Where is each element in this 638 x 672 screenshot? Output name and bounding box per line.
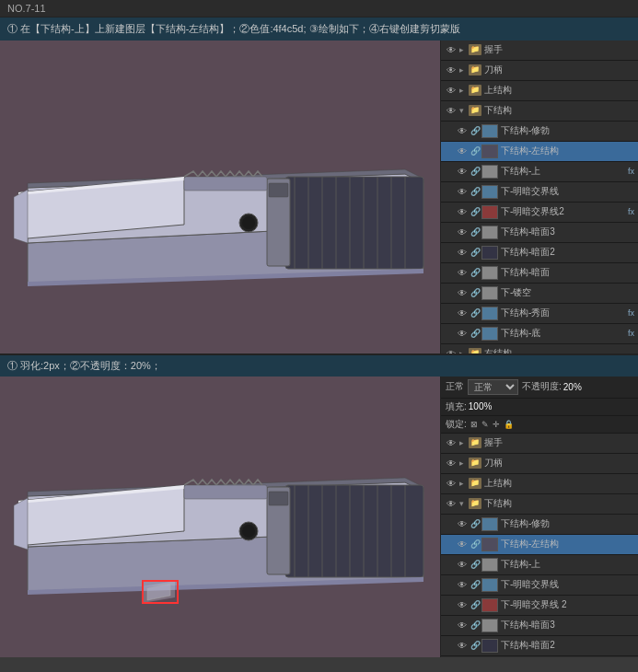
expand-arrow[interactable]: ▸ — [459, 438, 469, 447]
eye-icon[interactable]: 👁 — [445, 436, 458, 449]
eye-icon[interactable]: 👁 — [456, 165, 469, 178]
expand-arrow[interactable]: ▸ — [459, 349, 469, 353]
layer-name: 下结构-修勃 — [501, 517, 634, 530]
layer-name: 下结构-修勃 — [501, 124, 634, 137]
expand-arrow[interactable]: ▸ — [459, 86, 469, 95]
layer-item[interactable]: 👁🔗下结构-暗面2 — [441, 636, 638, 656]
layer-item[interactable]: 👁🔗下结构-暗面 — [441, 263, 638, 284]
layer-item[interactable]: 👁▾📁下结构 — [441, 494, 638, 515]
eye-icon[interactable]: 👁 — [456, 246, 469, 259]
link-icon: 🔗 — [470, 288, 480, 297]
eye-icon[interactable]: 👁 — [456, 226, 469, 238]
link-icon: 🔗 — [470, 187, 480, 196]
link-icon: 🔗 — [470, 600, 480, 609]
expand-arrow[interactable]: ▸ — [459, 458, 469, 468]
layer-item[interactable]: 👁▸📁握手 — [441, 434, 638, 454]
layer-item[interactable]: 👁▸📁上结构 — [441, 81, 638, 101]
layer-item[interactable]: 👁🔗下结构-暗面2 — [441, 243, 638, 263]
layers-fill-bar: 填充: 100% — [441, 399, 638, 416]
layer-thumbnail — [481, 124, 498, 138]
svg-rect-43 — [184, 485, 267, 499]
layer-thumbnail — [481, 327, 498, 341]
eye-icon[interactable]: 👁 — [445, 477, 458, 490]
layer-item[interactable]: 👁🔗下-明暗交界线2fx — [441, 203, 638, 223]
layer-thumbnail — [481, 639, 498, 653]
eye-icon[interactable]: 👁 — [445, 64, 458, 76]
link-icon: 🔗 — [470, 248, 480, 257]
title-bar: NO.7-11 — [0, 0, 638, 17]
eye-icon[interactable]: 👁 — [445, 84, 458, 97]
eye-icon[interactable]: 👁 — [456, 598, 469, 611]
eye-icon[interactable]: 👁 — [445, 347, 458, 353]
layer-item[interactable]: 👁🔗下结构-左结构 — [441, 535, 638, 555]
layer-name: 下结构 — [484, 104, 634, 117]
layer-name: 上结构 — [484, 477, 634, 490]
eye-icon[interactable]: 👁 — [456, 205, 469, 218]
layer-thumbnail — [481, 226, 498, 239]
layer-name: 下结构 — [484, 497, 634, 510]
eye-icon[interactable]: 👁 — [456, 619, 469, 631]
eye-icon[interactable]: 👁 — [445, 43, 458, 56]
layer-item[interactable]: 👁🔗下结构-左结构 — [441, 142, 638, 162]
eye-icon[interactable]: 👁 — [445, 497, 458, 510]
layer-item[interactable]: 👁🔗下结构-秀面fx — [441, 304, 638, 324]
bottom-main-section: 正常 正常 不透明度: 20% 填充: 100% 锁定: ⊠ ✎ ✛ 🔒 👁▸📁… — [0, 377, 638, 657]
eye-icon[interactable]: 👁 — [456, 124, 469, 137]
layer-item[interactable]: 👁🔗下-镂空 — [441, 284, 638, 304]
layer-item[interactable]: 👁🔗下-明暗交界线 2 — [441, 596, 638, 616]
layer-item[interactable]: 👁🔗下结构-上 — [441, 555, 638, 575]
layer-item[interactable]: 👁🔗下结构-暗面3 — [441, 223, 638, 243]
layer-item[interactable]: 👁▸📁刀柄 — [441, 454, 638, 474]
layer-item[interactable]: 👁▾📁下结构 — [441, 101, 638, 122]
layer-item[interactable]: 👁🔗下-明暗交界线 — [441, 575, 638, 596]
eye-icon[interactable]: 👁 — [456, 266, 469, 279]
folder-icon: 📁 — [469, 105, 481, 116]
expand-arrow[interactable]: ▸ — [459, 45, 469, 54]
layers-panel-top[interactable]: 👁▸📁握手👁▸📁刀柄👁▸📁上结构👁▾📁下结构👁🔗下结构-修勃👁🔗下结构-左结构👁… — [440, 41, 638, 353]
eye-icon[interactable]: 👁 — [456, 327, 469, 340]
expand-arrow[interactable]: ▾ — [459, 106, 469, 115]
eye-icon[interactable]: 👁 — [456, 307, 469, 319]
layers-panel-bottom[interactable]: 正常 正常 不透明度: 20% 填充: 100% 锁定: ⊠ ✎ ✛ 🔒 👁▸📁… — [440, 377, 638, 657]
layer-item[interactable]: 👁▸📁右结构 — [441, 344, 638, 353]
eye-icon[interactable]: 👁 — [456, 538, 469, 550]
svg-rect-29 — [285, 485, 423, 577]
layer-thumbnail — [481, 145, 498, 158]
layer-item[interactable]: 👁▸📁刀柄 — [441, 61, 638, 81]
eye-icon[interactable]: 👁 — [445, 457, 458, 469]
layer-item[interactable]: 👁🔗下结构-上fx — [441, 162, 638, 182]
layer-thumbnail — [481, 517, 498, 531]
mode-select[interactable]: 正常 — [468, 379, 518, 395]
layer-item[interactable]: 👁🔗下结构-底fx — [441, 324, 638, 344]
layer-name: 刀柄 — [484, 457, 634, 469]
layers-lock-bar: 锁定: ⊠ ✎ ✛ 🔒 — [441, 416, 638, 434]
link-icon: 🔗 — [470, 620, 480, 630]
layer-name: 下-明暗交界线 2 — [501, 598, 634, 611]
layer-name: 下-镂空 — [501, 286, 634, 299]
eye-icon[interactable]: 👁 — [445, 104, 458, 117]
layer-item[interactable]: 👁🔗下结构-暗面 — [441, 656, 638, 657]
layer-name: 上结构 — [484, 84, 634, 97]
svg-rect-6 — [285, 177, 423, 269]
layer-item[interactable]: 👁▸📁握手 — [441, 41, 638, 61]
link-icon: 🔗 — [470, 167, 480, 176]
layer-item[interactable]: 👁▸📁上结构 — [441, 474, 638, 494]
link-icon: 🔗 — [470, 580, 480, 589]
expand-arrow[interactable]: ▸ — [459, 65, 469, 75]
eye-icon[interactable]: 👁 — [456, 517, 469, 530]
eye-icon[interactable]: 👁 — [456, 578, 469, 591]
eye-icon[interactable]: 👁 — [456, 286, 469, 299]
layer-item[interactable]: 👁🔗下结构-修勃 — [441, 122, 638, 142]
eye-icon[interactable]: 👁 — [456, 185, 469, 198]
layer-thumbnail — [481, 286, 498, 300]
eye-icon[interactable]: 👁 — [456, 145, 469, 157]
eye-icon[interactable]: 👁 — [456, 639, 469, 652]
expand-arrow[interactable]: ▸ — [459, 479, 469, 488]
eye-icon[interactable]: 👁 — [456, 558, 469, 571]
layer-item[interactable]: 👁🔗下结构-修勃 — [441, 515, 638, 535]
layer-thumbnail — [481, 598, 498, 612]
layer-item[interactable]: 👁🔗下-明暗交界线 — [441, 182, 638, 203]
opacity-control: 不透明度: 20% — [522, 380, 582, 393]
layer-item[interactable]: 👁🔗下结构-暗面3 — [441, 616, 638, 636]
expand-arrow[interactable]: ▾ — [459, 499, 469, 508]
